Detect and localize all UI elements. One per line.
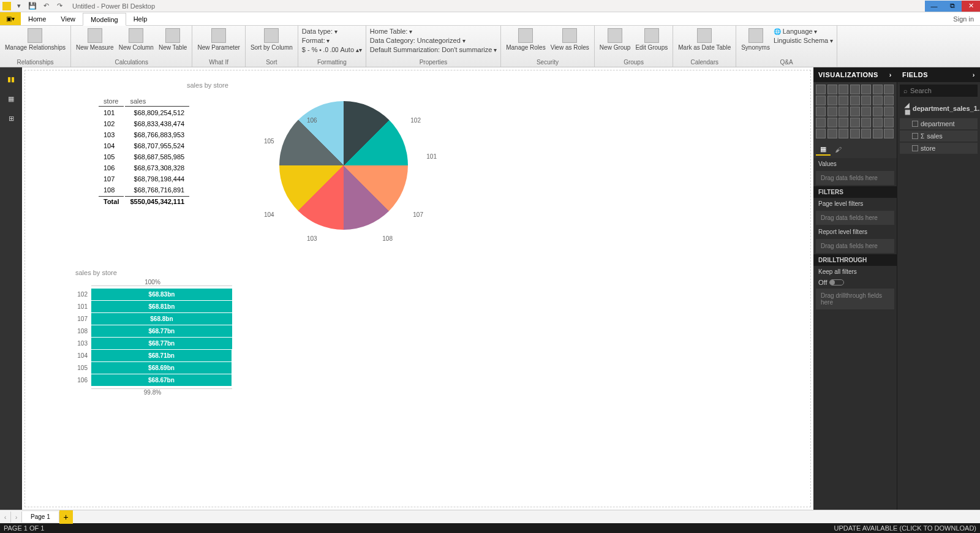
- update-available-link[interactable]: UPDATE AVAILABLE (CLICK TO DOWNLOAD): [834, 524, 976, 532]
- field-department[interactable]: department: [900, 118, 978, 129]
- home-table-dropdown[interactable]: Home Table: ▾: [370, 27, 497, 36]
- undo-icon[interactable]: ↶: [40, 1, 51, 12]
- keep-filters-toggle[interactable]: Off: [813, 278, 897, 287]
- vis-type-icon[interactable]: [884, 96, 894, 105]
- vis-type-icon[interactable]: [850, 129, 860, 138]
- vis-type-icon[interactable]: [816, 118, 826, 127]
- minimize-button[interactable]: —: [925, 1, 943, 12]
- vis-type-icon[interactable]: [839, 107, 848, 116]
- table-row[interactable]: 102$68,833,438,474: [99, 119, 189, 129]
- qat-dropdown[interactable]: ▾: [13, 1, 24, 12]
- bar-row[interactable]: 107$68.8bn: [73, 313, 232, 325]
- values-drop-zone[interactable]: Drag data fields here: [816, 171, 894, 185]
- page-nav-next[interactable]: ›: [11, 512, 22, 523]
- new-column-button[interactable]: New Column: [118, 27, 155, 52]
- save-icon[interactable]: 💾: [27, 1, 38, 12]
- data-type-dropdown[interactable]: Data type: ▾: [302, 27, 362, 36]
- report-canvas[interactable]: sales by store storesales 101$68,809,254…: [24, 70, 811, 507]
- data-category-dropdown[interactable]: Data Category: Uncategorized ▾: [370, 36, 497, 45]
- table-row[interactable]: 105$68,687,585,985: [99, 152, 189, 162]
- page-nav-prev[interactable]: ‹: [0, 512, 11, 523]
- default-summarization-dropdown[interactable]: Default Summarization: Don't summarize ▾: [370, 45, 497, 54]
- tab-home[interactable]: Home: [21, 12, 53, 25]
- vis-type-icon[interactable]: [850, 85, 860, 94]
- vis-type-icon[interactable]: [827, 85, 837, 94]
- new-measure-button[interactable]: New Measure: [75, 27, 115, 52]
- bar-row[interactable]: 105$68.69bn: [73, 362, 232, 374]
- bar-visual[interactable]: sales by store 100% 102$68.83bn101$68.81…: [73, 266, 232, 396]
- vis-type-icon[interactable]: [873, 85, 883, 94]
- vis-type-icon[interactable]: [816, 85, 826, 94]
- fields-search-input[interactable]: ⌕Search: [900, 85, 978, 97]
- sort-by-column-button[interactable]: Sort by Column: [249, 27, 294, 52]
- visualizations-header[interactable]: VISUALIZATIONS›: [813, 67, 897, 82]
- vis-type-icon[interactable]: [861, 118, 871, 127]
- vis-type-icon[interactable]: [873, 129, 883, 138]
- vis-type-icon[interactable]: [827, 107, 837, 116]
- bar-row[interactable]: 101$68.81bn: [73, 301, 232, 312]
- vis-type-icon[interactable]: [839, 85, 848, 94]
- bar-row[interactable]: 106$68.67bn: [73, 374, 232, 386]
- vis-type-icon[interactable]: [827, 129, 837, 138]
- pie-visual[interactable]: 102 101 107 108 103 104 105 106: [246, 77, 442, 230]
- vis-type-icon[interactable]: [873, 96, 883, 105]
- field-store[interactable]: store: [900, 143, 978, 154]
- table-row[interactable]: 106$68,673,308,328: [99, 163, 189, 173]
- format-dropdown[interactable]: Format: ▾: [302, 36, 362, 45]
- vis-type-icon[interactable]: [861, 129, 871, 138]
- manage-roles-button[interactable]: Manage Roles: [505, 27, 546, 52]
- vis-type-icon[interactable]: [861, 107, 871, 116]
- edit-groups-button[interactable]: Edit Groups: [634, 27, 669, 52]
- vis-type-icon[interactable]: [839, 129, 848, 138]
- vis-type-icon[interactable]: [850, 118, 860, 127]
- fields-tab-icon[interactable]: ▦: [816, 143, 831, 156]
- table-row[interactable]: 108$68,768,716,891: [99, 185, 189, 195]
- tab-modeling[interactable]: Modeling: [83, 13, 126, 26]
- bar-row[interactable]: 108$68.77bn: [73, 325, 232, 337]
- add-page-button[interactable]: +: [59, 510, 73, 524]
- close-button[interactable]: ✕: [962, 1, 980, 12]
- vis-type-icon[interactable]: [816, 96, 826, 105]
- table-row[interactable]: 103$68,766,883,953: [99, 130, 189, 140]
- linguistic-schema-dropdown[interactable]: Linguistic Schema ▾: [774, 36, 833, 45]
- new-table-button[interactable]: New Table: [157, 27, 189, 52]
- maximize-button[interactable]: ⧉: [943, 1, 962, 12]
- bar-row[interactable]: 103$68.77bn: [73, 338, 232, 349]
- drillthrough-drop-zone[interactable]: Drag drillthrough fields here: [816, 289, 894, 309]
- sign-in-link[interactable]: Sign in: [947, 15, 980, 23]
- field-sales[interactable]: Σ sales: [900, 130, 978, 142]
- new-parameter-button[interactable]: New Parameter: [196, 27, 241, 52]
- page-tab-1[interactable]: Page 1: [22, 512, 59, 522]
- table-row[interactable]: 104$68,707,955,524: [99, 141, 189, 151]
- vis-type-icon[interactable]: [873, 107, 883, 116]
- vis-type-icon[interactable]: [816, 107, 826, 116]
- vis-type-icon[interactable]: [839, 96, 848, 105]
- vis-type-icon[interactable]: [873, 118, 883, 127]
- page-filters-drop-zone[interactable]: Drag data fields here: [816, 211, 894, 225]
- currency-controls[interactable]: $ - % ▪ .0 .00 Auto ▴▾: [302, 45, 362, 54]
- vis-type-icon[interactable]: [861, 96, 871, 105]
- manage-relationships-button[interactable]: Manage Relationships: [4, 27, 67, 52]
- file-tab[interactable]: ▣▾: [0, 12, 21, 25]
- vis-type-icon[interactable]: [827, 96, 837, 105]
- data-view-icon[interactable]: ▦: [4, 92, 18, 105]
- format-tab-icon[interactable]: 🖌: [831, 143, 845, 156]
- vis-type-icon[interactable]: [850, 107, 860, 116]
- vis-type-icon[interactable]: [850, 96, 860, 105]
- vis-type-icon[interactable]: [884, 85, 894, 94]
- vis-type-icon[interactable]: [839, 118, 848, 127]
- vis-type-icon[interactable]: [816, 129, 826, 138]
- vis-type-icon[interactable]: [827, 118, 837, 127]
- view-as-roles-button[interactable]: View as Roles: [549, 27, 590, 52]
- new-group-button[interactable]: New Group: [598, 27, 632, 52]
- report-view-icon[interactable]: ▮▮: [4, 72, 18, 86]
- table-row[interactable]: 101$68,809,254,512: [99, 108, 189, 118]
- mark-as-date-table-button[interactable]: Mark as Date Table: [677, 27, 732, 52]
- fields-header[interactable]: FIELDS›: [897, 67, 980, 82]
- redo-icon[interactable]: ↷: [54, 1, 65, 12]
- bar-row[interactable]: 104$68.71bn: [73, 350, 232, 361]
- table-row[interactable]: 107$68,798,198,444: [99, 174, 189, 184]
- report-filters-drop-zone[interactable]: Drag data fields here: [816, 239, 894, 253]
- tab-view[interactable]: View: [53, 12, 83, 25]
- table-visual[interactable]: storesales 101$68,809,254,512102$68,833,…: [97, 95, 190, 208]
